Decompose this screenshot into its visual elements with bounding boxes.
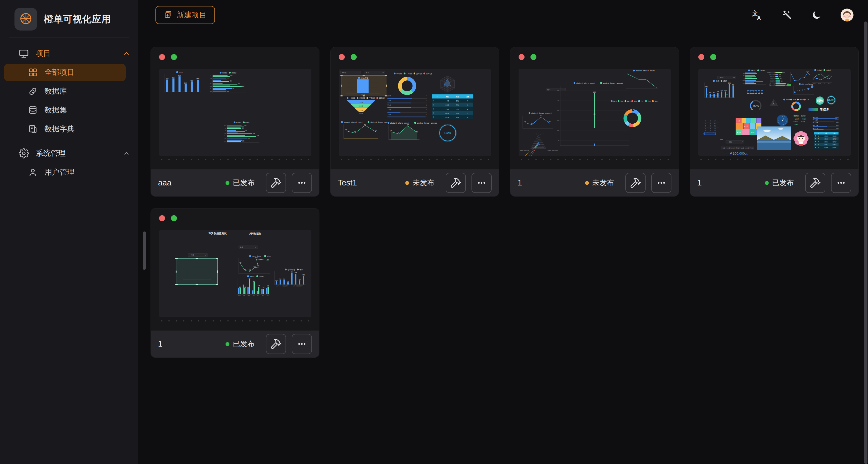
svg-text:四年级: 四年级: [359, 113, 363, 114]
svg-text:998: 998: [294, 272, 297, 273]
red-dot: [159, 215, 165, 221]
svg-text:#: #: [437, 96, 437, 97]
svg-text:1: 1: [426, 100, 427, 101]
grid-dot: [400, 159, 401, 160]
svg-text:116: 116: [230, 81, 232, 82]
status-badge: 已发布: [765, 178, 794, 188]
svg-text:788: 788: [302, 274, 305, 276]
svg-text:一年级: 一年级: [397, 72, 402, 75]
grid-dot: [744, 159, 746, 160]
chevron-up-icon[interactable]: [123, 50, 130, 57]
svg-text:1: 1: [426, 114, 427, 115]
project-card[interactable]: price349538054390219829643386data1data2S…: [151, 47, 319, 196]
svg-text:student_flower_amount: student_flower_amount: [417, 122, 438, 124]
svg-text:283: 283: [407, 124, 409, 125]
thumb-dot-row: [341, 159, 489, 160]
grid-dot: [616, 159, 617, 160]
svg-text:课时: 课时: [300, 269, 304, 271]
grid-dot: [818, 159, 819, 160]
svg-text:小学一年级: 小学一年级: [769, 83, 775, 85]
grid-dot: [183, 320, 184, 321]
more-actions-button[interactable]: [292, 334, 312, 354]
svg-text:No.4 上海: No.4 上海: [813, 125, 818, 126]
svg-text:二年级: 二年级: [445, 104, 449, 106]
svg-text:Sat: Sat: [210, 78, 212, 79]
project-card[interactable]: SQL数据源测试API数据集科目一年级class_hourprice798300…: [151, 208, 319, 358]
svg-text:41: 41: [705, 125, 706, 126]
svg-text:130: 130: [244, 125, 247, 126]
svg-text:和平区: 和平区: [801, 115, 806, 117]
more-actions-button[interactable]: [651, 173, 672, 193]
svg-text:年级: 年级: [446, 96, 449, 97]
sidebar-scrollbar[interactable]: [143, 231, 146, 270]
edit-project-button[interactable]: [446, 173, 466, 193]
main-scrollbar[interactable]: [864, 22, 867, 464]
svg-text:Mon: Mon: [239, 295, 241, 296]
project-preview[interactable]: student_attend_count科目student_attend_cou…: [519, 69, 671, 156]
grid-dot: [451, 159, 452, 160]
svg-text:380: 380: [299, 279, 301, 280]
svg-text:五年级: 五年级: [741, 148, 744, 149]
grid-dot: [198, 320, 199, 321]
project-card[interactable]: student_attend_count科目student_attend_cou…: [510, 47, 679, 196]
svg-text:英语: 英语: [456, 104, 459, 106]
more-actions-button[interactable]: [292, 173, 312, 193]
edit-project-button[interactable]: [805, 173, 825, 193]
red-dot: [698, 54, 704, 60]
project-preview[interactable]: price349538054390219829643386data1data2S…: [159, 69, 311, 156]
svg-text:95: 95: [398, 132, 400, 133]
svg-text:400: 400: [279, 278, 281, 280]
sidebar-item-label: 数据库: [44, 86, 67, 96]
svg-text:student_attend_count: student_attend_count: [636, 69, 655, 72]
svg-text:115: 115: [242, 127, 244, 129]
sidebar-item-数据库[interactable]: 数据库: [4, 83, 126, 100]
svg-text:Wed: Wed: [210, 86, 212, 87]
svg-text:student_flower_amou: student_flower_amou: [370, 121, 389, 123]
more-actions-button[interactable]: [831, 173, 851, 193]
svg-text:95: 95: [354, 131, 356, 133]
svg-text:6: 6: [818, 135, 818, 137]
magic-wand-icon[interactable]: [782, 9, 793, 21]
grid-dot: [803, 159, 804, 160]
grid-dot: [825, 159, 827, 160]
grid-dot: [213, 159, 214, 160]
svg-text:200: 200: [557, 110, 559, 111]
edit-project-button[interactable]: [625, 173, 646, 193]
sidebar-item-数据集[interactable]: 数据集: [4, 102, 126, 119]
green-dot: [710, 54, 716, 60]
sidebar-item-数据字典[interactable]: 数据字典: [4, 121, 126, 137]
grid-dot: [767, 159, 768, 160]
more-actions-button[interactable]: [471, 173, 492, 193]
project-preview[interactable]: SQL数据源测试API数据集科目一年级class_hourprice798300…: [159, 230, 311, 317]
sidebar-group-项目[interactable]: 项目: [0, 45, 130, 62]
user-avatar[interactable]: [841, 8, 854, 22]
grid-icon: [28, 67, 38, 78]
svg-text:Tue: Tue: [243, 295, 245, 296]
chevron-up-icon[interactable]: [123, 150, 130, 157]
sidebar-group-系统管理[interactable]: 系统管理: [0, 145, 130, 162]
language-icon[interactable]: 文 A: [752, 9, 763, 21]
new-project-button[interactable]: 新建项目: [155, 6, 215, 24]
svg-text:小学数学: 小学数学: [770, 78, 775, 79]
grid-dot: [191, 159, 192, 160]
svg-text:Wed: Wed: [224, 135, 226, 136]
project-card[interactable]: data1data2SunSatFriWedMon小学英语一年级750小学一年级…: [690, 47, 859, 196]
edit-project-button[interactable]: [266, 173, 286, 193]
svg-text:四年级: 四年级: [426, 72, 432, 75]
project-preview[interactable]: 一年级科目献花数量5一年级一年级二年级三年级四年级一年级二年级三年级四年级一年级…: [339, 69, 491, 156]
svg-text:128: 128: [242, 141, 244, 142]
projects-grid: price349538054390219829643386data1data2S…: [151, 47, 859, 358]
svg-text:data2: data2: [826, 69, 831, 71]
sidebar-item-全部项目[interactable]: 全部项目: [4, 64, 126, 81]
project-card[interactable]: 一年级科目献花数量5一年级一年级二年级三年级四年级一年级二年级三年级四年级一年级…: [330, 47, 499, 196]
svg-text:253: 253: [253, 281, 255, 282]
svg-text:95: 95: [531, 123, 533, 124]
grid-dot: [535, 159, 537, 160]
sidebar-item-用户管理[interactable]: 用户管理: [4, 164, 126, 181]
dark-mode-icon[interactable]: [811, 9, 822, 21]
edit-project-button[interactable]: [266, 334, 286, 354]
svg-text:98: 98: [714, 130, 716, 131]
svg-text:student_attend_count: student_attend_count: [344, 121, 363, 123]
grid-dot: [161, 320, 162, 321]
project-preview[interactable]: data1data2SunSatFriWedMon小学英语一年级750小学一年级…: [698, 69, 851, 156]
